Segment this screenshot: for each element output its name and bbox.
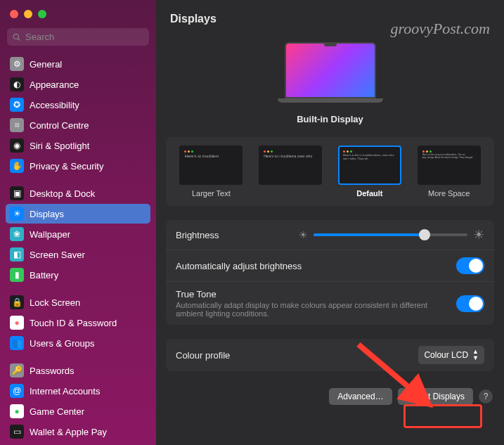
sidebar-item-label: Privacy & Security <box>30 161 103 172</box>
minimize-icon[interactable] <box>24 10 32 18</box>
sidebar-item-label: Passwords <box>30 366 75 376</box>
search-input[interactable] <box>25 32 143 42</box>
sidebar-item-touch-id-password[interactable]: ●Touch ID & Password <box>6 313 150 333</box>
sidebar-item-label: Wallet & Apple Pay <box>30 427 107 437</box>
sidebar-item-general[interactable]: ⚙General <box>6 54 150 74</box>
sidebar-item-label: Battery <box>30 270 58 280</box>
true-tone-label: True Tone <box>176 289 449 299</box>
sidebar-item-siri-spotlight[interactable]: ◉Siri & Spotlight <box>6 136 150 155</box>
sidebar-item-label: Appearance <box>30 79 79 90</box>
sidebar-item-users-groups[interactable]: 👥Users & Groups <box>6 333 150 353</box>
accessibility-icon: ✪ <box>10 98 24 112</box>
sun-small-icon: ☀︎ <box>299 229 308 240</box>
content-pane: Displays Built-in Display Here's to trou… <box>156 0 504 445</box>
sidebar-item-label: Wallpaper <box>30 229 70 240</box>
sidebar-item-desktop-dock[interactable]: ▣Desktop & Dock <box>6 183 150 203</box>
sidebar-item-control-centre[interactable]: ⌗Control Centre <box>6 115 150 135</box>
touch-id-password-icon: ● <box>10 316 24 330</box>
control-centre-icon: ⌗ <box>10 118 24 132</box>
screen-saver-icon: ◧ <box>10 247 24 262</box>
sidebar: ⚙General◐Appearance✪Accessibility⌗Contro… <box>0 0 156 445</box>
resolution-panel: Here's to troublemLarger TextHere's to t… <box>166 137 494 206</box>
siri-spotlight-icon: ◉ <box>10 138 24 153</box>
resolution-label: More Space <box>412 189 486 198</box>
search-field[interactable] <box>7 28 149 46</box>
auto-brightness-label: Automatically adjust brightness <box>176 261 449 271</box>
sidebar-item-label: Accessibility <box>30 100 79 110</box>
sidebar-item-label: Game Center <box>30 406 84 417</box>
sidebar-item-privacy-security[interactable]: ✋Privacy & Security <box>6 156 150 176</box>
resolution-option[interactable]: Here's to troublemLarger Text <box>174 146 248 198</box>
sidebar-item-wallpaper[interactable]: ❀Wallpaper <box>6 224 150 244</box>
sidebar-item-label: General <box>30 59 62 70</box>
sidebar-item-wallet-apple-pay[interactable]: ▭Wallet & Apple Pay <box>6 422 150 441</box>
sidebar-item-passwords[interactable]: 🔑Passwords <box>6 361 150 380</box>
system-settings-window: ⚙General◐Appearance✪Accessibility⌗Contro… <box>0 0 504 445</box>
display-preview: Built-in Display <box>156 35 504 130</box>
resolution-option[interactable]: Here's to the crazy on troublemakers. Th… <box>412 146 486 198</box>
appearance-icon: ◐ <box>10 77 24 91</box>
resolution-option[interactable]: Here's to t troublema ones who <box>254 146 328 198</box>
auto-brightness-toggle[interactable] <box>456 257 484 274</box>
users-groups-icon: 👥 <box>10 336 24 350</box>
sidebar-item-label: Control Centre <box>30 120 89 131</box>
sidebar-item-label: Siri & Spotlight <box>30 141 89 151</box>
sidebar-item-label: Screen Saver <box>30 250 85 260</box>
chevron-up-down-icon: ▲▼ <box>472 349 479 361</box>
privacy-security-icon: ✋ <box>10 159 24 173</box>
brightness-label: Brightness <box>176 230 292 240</box>
colour-profile-label: Colour profile <box>176 350 411 361</box>
close-icon[interactable] <box>10 10 18 18</box>
sidebar-item-appearance[interactable]: ◐Appearance <box>6 75 150 94</box>
advanced-button[interactable]: Advanced… <box>329 388 392 405</box>
true-tone-toggle[interactable] <box>456 295 484 312</box>
resolution-option[interactable]: Here's to the cr troublemakers, ones who… <box>333 146 407 198</box>
sun-large-icon: ☀︎ <box>473 227 484 243</box>
passwords-icon: 🔑 <box>10 363 24 378</box>
internet-accounts-icon: @ <box>10 384 24 398</box>
resolution-label: Default <box>333 189 407 198</box>
sidebar-nav: ⚙General◐Appearance✪Accessibility⌗Contro… <box>0 51 156 445</box>
page-title: Displays <box>156 0 504 35</box>
game-center-icon: ● <box>10 404 24 418</box>
zoom-icon[interactable] <box>38 10 46 18</box>
search-icon <box>13 32 21 42</box>
sidebar-item-screen-saver[interactable]: ◧Screen Saver <box>6 245 150 264</box>
lock-screen-icon: 🔒 <box>10 295 24 309</box>
sidebar-item-label: Desktop & Dock <box>30 188 95 199</box>
battery-icon: ▮ <box>10 268 24 282</box>
sidebar-item-lock-screen[interactable]: 🔒Lock Screen <box>6 292 150 312</box>
desktop-dock-icon: ▣ <box>10 186 24 200</box>
general-icon: ⚙ <box>10 57 24 71</box>
sidebar-item-game-center[interactable]: ●Game Center <box>6 401 150 421</box>
brightness-panel: Brightness ☀︎ ☀︎ Automatically adjust br… <box>166 220 494 325</box>
sidebar-item-label: Displays <box>30 209 64 219</box>
detect-displays-button[interactable]: Detect Displays <box>398 388 473 405</box>
sidebar-item-internet-accounts[interactable]: @Internet Accounts <box>6 381 150 401</box>
sidebar-item-label: Internet Accounts <box>30 386 100 396</box>
colour-profile-select[interactable]: Colour LCD ▲▼ <box>418 346 484 364</box>
wallpaper-icon: ❀ <box>10 227 24 241</box>
help-button[interactable]: ? <box>479 389 493 404</box>
footer-actions: Advanced… Detect Displays ? <box>156 378 504 415</box>
colour-profile-panel: Colour profile Colour LCD ▲▼ <box>166 339 494 371</box>
wallet-apple-pay-icon: ▭ <box>10 425 24 439</box>
laptop-icon <box>278 42 383 107</box>
displays-icon: ☀ <box>10 207 24 221</box>
window-controls <box>0 0 156 28</box>
sidebar-item-label: Touch ID & Password <box>30 318 117 328</box>
sidebar-item-label: Lock Screen <box>30 297 80 308</box>
sidebar-item-label: Users & Groups <box>30 338 94 349</box>
sidebar-item-accessibility[interactable]: ✪Accessibility <box>6 95 150 115</box>
display-name-label: Built-in Display <box>156 114 504 124</box>
sidebar-item-displays[interactable]: ☀Displays <box>6 204 150 224</box>
true-tone-description: Automatically adapt display to make colo… <box>176 301 443 318</box>
resolution-label: Larger Text <box>174 189 248 198</box>
brightness-slider[interactable] <box>314 233 467 236</box>
sidebar-item-battery[interactable]: ▮Battery <box>6 265 150 285</box>
